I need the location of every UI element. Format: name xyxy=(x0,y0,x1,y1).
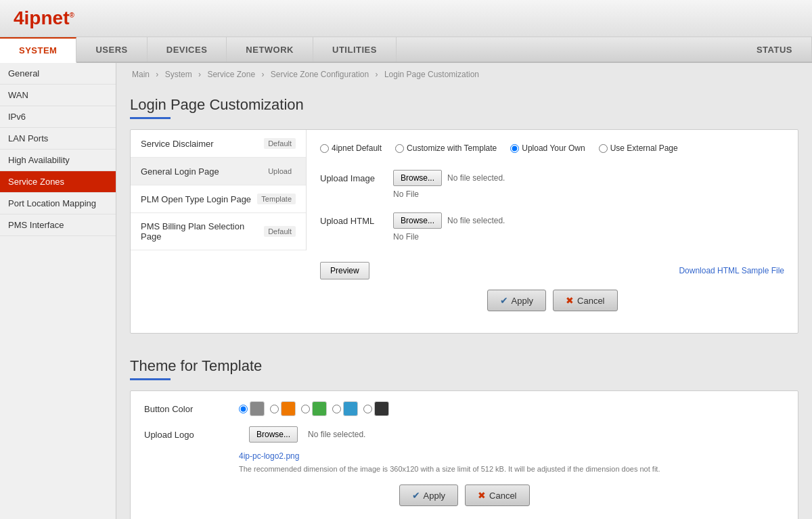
nav-network[interactable]: NETWORK xyxy=(227,37,313,62)
sidebar-item-wan[interactable]: WAN xyxy=(0,85,116,106)
swatch-gray-option[interactable] xyxy=(239,401,265,416)
nav-utilities[interactable]: UTILITIES xyxy=(313,37,397,62)
swatch-blue[interactable] xyxy=(343,401,358,416)
swatch-green-option[interactable] xyxy=(301,401,327,416)
radio-default-label: 4ipnet Default xyxy=(332,143,382,153)
header: 4ipnet® xyxy=(0,0,812,37)
radio-external-label: Use External Page xyxy=(610,143,678,153)
logo-info: 4ip-pc-logo2.png The recommended dimensi… xyxy=(239,448,660,474)
cancel-x-icon: ✖ xyxy=(566,295,574,306)
upload-logo-inner: Upload Logo Browse... No file selected. xyxy=(144,426,365,443)
sidebar: General WAN IPv6 LAN Ports High Availabi… xyxy=(0,63,116,519)
upload-image-no-file: No file selected. xyxy=(447,173,505,183)
upload-image-status: No File xyxy=(393,189,784,199)
swatch-dark[interactable] xyxy=(374,401,389,416)
download-link[interactable]: Download HTML Sample File xyxy=(679,266,784,275)
swatch-dark-radio[interactable] xyxy=(363,405,372,413)
swatch-blue-radio[interactable] xyxy=(332,405,341,413)
sidebar-item-high-availability[interactable]: High Availability xyxy=(0,150,116,171)
config-badge-plm: Template xyxy=(257,194,296,204)
color-swatches xyxy=(239,401,389,416)
swatch-gray-radio[interactable] xyxy=(239,405,248,413)
sidebar-item-ipv6[interactable]: IPv6 xyxy=(0,106,116,128)
breadcrumb-main[interactable]: Main xyxy=(132,70,150,79)
upload-html-row: Upload HTML Browse... No file selected. … xyxy=(320,212,784,242)
upload-html-no-file: No file selected. xyxy=(447,216,505,225)
theme-action-buttons: ✔ Apply ✖ Cancel xyxy=(144,484,784,506)
theme-apply-button[interactable]: ✔ Apply xyxy=(399,484,459,506)
breadcrumb-sep4: › xyxy=(376,70,380,79)
config-label-plm: PLM Open Type Login Page xyxy=(141,194,251,204)
logo-info-text: The recommended dimension of the image i… xyxy=(239,464,660,474)
sidebar-item-general[interactable]: General xyxy=(0,63,116,85)
nav-spacer xyxy=(397,37,738,62)
upload-html-browse[interactable]: Browse... xyxy=(393,212,442,229)
breadcrumb-system[interactable]: System xyxy=(165,70,192,79)
config-panel: Service Disclaimer Default General Login… xyxy=(130,129,798,334)
sidebar-item-port-location-mapping[interactable]: Port Location Mapping xyxy=(0,193,116,215)
swatch-orange[interactable] xyxy=(281,401,296,416)
main-layout: General WAN IPv6 LAN Ports High Availabi… xyxy=(0,63,812,519)
swatch-blue-option[interactable] xyxy=(332,401,358,416)
upload-html-status-text: No File xyxy=(393,232,419,242)
config-label-service-disclaimer: Service Disclaimer xyxy=(141,139,214,149)
theme-cancel-label: Cancel xyxy=(489,491,516,501)
theme-apply-check-icon: ✔ xyxy=(412,490,420,501)
config-action-buttons: ✔ Apply ✖ Cancel xyxy=(320,290,784,311)
radio-template-input[interactable] xyxy=(395,144,404,153)
logo-registered: ® xyxy=(69,12,74,19)
swatch-orange-option[interactable] xyxy=(270,401,296,416)
config-row-general-login[interactable]: General Login Page Upload xyxy=(131,158,306,185)
config-row-service-disclaimer[interactable]: Service Disclaimer Default xyxy=(131,130,306,158)
sidebar-item-lan-ports[interactable]: LAN Ports xyxy=(0,128,116,150)
preview-download-row: Preview Download HTML Sample File xyxy=(320,255,784,279)
config-row-pms[interactable]: PMS Billing Plan Selection Page Default xyxy=(131,213,306,250)
radio-default[interactable]: 4ipnet Default xyxy=(320,143,382,153)
breadcrumb-sep2: › xyxy=(198,70,203,79)
theme-button-color-row: Button Color xyxy=(144,401,784,416)
sidebar-item-service-zones[interactable]: Service Zones xyxy=(0,171,116,193)
theme-panel: Button Color xyxy=(130,390,798,519)
theme-upload-logo-row: Upload Logo Browse... No file selected. … xyxy=(144,426,784,474)
config-badge-general-login: Upload xyxy=(264,166,296,177)
nav-devices[interactable]: DEVICES xyxy=(148,37,227,62)
config-apply-button[interactable]: ✔ Apply xyxy=(487,290,547,311)
breadcrumb-service-zone[interactable]: Service Zone xyxy=(207,70,255,79)
nav-users[interactable]: USERS xyxy=(76,37,147,62)
content-area: Login Page Customization Service Disclai… xyxy=(116,86,812,519)
theme-cancel-button[interactable]: ✖ Cancel xyxy=(465,484,529,506)
config-main: 4ipnet Default Customize with Template U… xyxy=(307,130,798,333)
config-badge-service-disclaimer: Default xyxy=(264,138,296,149)
radio-template[interactable]: Customize with Template xyxy=(395,143,497,153)
theme-cancel-x-icon: ✖ xyxy=(478,490,486,501)
config-cancel-button[interactable]: ✖ Cancel xyxy=(553,290,617,311)
swatch-green[interactable] xyxy=(312,401,327,416)
main-content: Main › System › Service Zone › Service Z… xyxy=(116,63,812,519)
swatch-gray[interactable] xyxy=(250,401,265,416)
nav-system[interactable]: SYSTEM xyxy=(0,37,76,63)
breadcrumb-config[interactable]: Service Zone Configuration xyxy=(271,70,369,79)
apply-check-icon: ✔ xyxy=(500,295,508,306)
swatch-orange-radio[interactable] xyxy=(270,405,279,413)
upload-image-browse[interactable]: Browse... xyxy=(393,170,442,186)
section-underline xyxy=(130,117,171,119)
breadcrumb-current: Login Page Customization xyxy=(384,70,479,79)
radio-external-input[interactable] xyxy=(599,144,608,153)
nav-status[interactable]: STATUS xyxy=(738,37,812,62)
upload-logo-no-file: No file selected. xyxy=(308,430,365,439)
logo-link[interactable]: 4ip-pc-logo2.png xyxy=(239,451,660,461)
preview-button[interactable]: Preview xyxy=(320,262,369,279)
radio-upload-label: Upload Your Own xyxy=(522,143,585,153)
radio-upload-input[interactable] xyxy=(510,144,519,153)
config-row-plm[interactable]: PLM Open Type Login Page Template xyxy=(131,185,306,213)
radio-upload[interactable]: Upload Your Own xyxy=(510,143,585,153)
swatch-dark-option[interactable] xyxy=(363,401,389,416)
logo: 4ipnet® xyxy=(14,7,74,29)
upload-logo-browse[interactable]: Browse... xyxy=(249,426,298,443)
swatch-green-radio[interactable] xyxy=(301,405,310,413)
radio-default-input[interactable] xyxy=(320,144,329,153)
logo-text: 4ipnet xyxy=(14,7,69,28)
radio-external[interactable]: Use External Page xyxy=(599,143,678,153)
breadcrumb: Main › System › Service Zone › Service Z… xyxy=(116,63,812,86)
sidebar-item-pms-interface[interactable]: PMS Interface xyxy=(0,215,116,236)
